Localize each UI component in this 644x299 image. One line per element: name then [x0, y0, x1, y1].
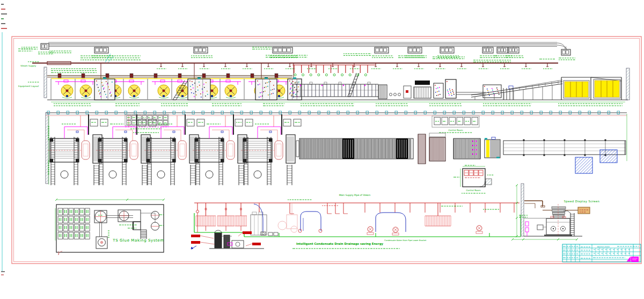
elevation-view — [47, 65, 630, 106]
plan-view — [46, 111, 627, 193]
equipment-layout-label: Equipment Layout — [18, 85, 39, 87]
drawing-number: WJ250-2500 — [597, 245, 610, 248]
bracket-note-label: Condensate Water Main Pipe Lower Bracket — [384, 239, 427, 242]
steam-supply-label: Steam Supply — [20, 64, 36, 67]
cable-tray — [21, 42, 575, 63]
steam-diagram-title: Main Supply Pipe of Steam — [339, 194, 371, 196]
control-room-label: Control Room — [448, 129, 463, 132]
sheet-edge-marks — [1, 4, 7, 275]
drawing-sheet: Steam Supply Equipment Layout TS Glue Ma… — [0, 0, 644, 299]
condensate-slogan-label: Intelligent Condensate Drain Drainage sa… — [296, 242, 384, 246]
machine-section-view — [511, 184, 590, 240]
cad-drawing: Steam Supply Equipment Layout TS Glue Ma… — [0, 0, 644, 299]
glue-system-label: TS Glue Making System — [112, 238, 164, 243]
control-room-cabin-label: Control Room — [466, 189, 480, 192]
glue-making-system — [55, 199, 165, 255]
speed-display-screen-label: Speed Display Screen — [564, 200, 600, 203]
